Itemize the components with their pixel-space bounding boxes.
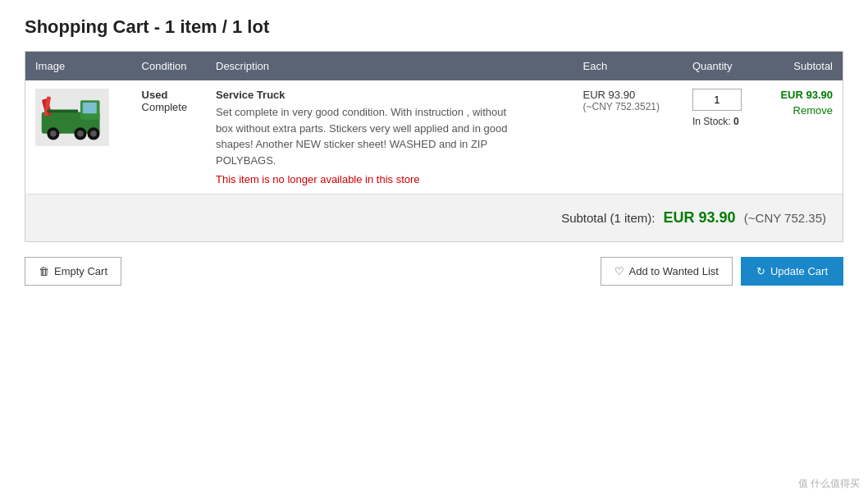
condition-complete: Complete	[142, 101, 196, 113]
svg-point-6	[50, 130, 57, 137]
action-right: ♡ Add to Wanted List ↻ Update Cart	[601, 257, 843, 286]
svg-point-10	[90, 130, 97, 137]
svg-rect-2	[82, 103, 96, 113]
add-to-wanted-label: Add to Wanted List	[629, 265, 719, 277]
product-image-cell	[25, 80, 132, 195]
quantity-input[interactable]	[692, 89, 742, 111]
col-condition: Condition	[132, 52, 206, 81]
product-image-svg	[38, 91, 107, 144]
condition-cell: Used Complete	[132, 80, 206, 195]
in-stock-info: In Stock: 0	[692, 116, 751, 127]
subtotal-cell: EUR 93.90 Remove	[761, 80, 843, 195]
page-title: Shopping Cart - 1 item / 1 lot	[25, 16, 843, 38]
price-cell: EUR 93.90 (~CNY 752.3521)	[573, 80, 683, 195]
table-row: Used Complete Service Truck Set complete…	[25, 80, 843, 195]
in-stock-label: In Stock:	[692, 116, 731, 127]
remove-link[interactable]: Remove	[770, 104, 833, 117]
update-cart-button[interactable]: ↻ Update Cart	[741, 257, 843, 286]
item-subtotal: EUR 93.90	[770, 89, 833, 101]
svg-rect-11	[47, 109, 78, 112]
price-eur: EUR 93.90	[583, 89, 673, 101]
svg-point-8	[77, 130, 84, 137]
cart-table: Image Condition Description Each Quantit…	[25, 51, 843, 195]
add-to-wanted-button[interactable]: ♡ Add to Wanted List	[601, 257, 733, 286]
quantity-cell: In Stock: 0	[683, 80, 761, 195]
subtotal-cny: (~CNY 752.35)	[744, 211, 826, 225]
condition-used: Used	[142, 89, 196, 101]
col-subtotal: Subtotal	[761, 52, 843, 81]
subtotal-row: Subtotal (1 item): EUR 93.90 (~CNY 752.3…	[25, 195, 843, 242]
action-row: 🗑 Empty Cart ♡ Add to Wanted List ↻ Upda…	[25, 257, 843, 286]
col-quantity: Quantity	[683, 52, 761, 81]
col-description: Description	[206, 52, 573, 81]
empty-cart-label: Empty Cart	[54, 265, 107, 277]
unavailable-message: This item is no longer available in this…	[216, 173, 564, 185]
update-cart-label: Update Cart	[770, 265, 828, 277]
subtotal-amount: EUR 93.90	[664, 209, 736, 226]
product-description: Set complete in very good condition. Wit…	[216, 104, 519, 168]
product-name: Service Truck	[216, 89, 564, 101]
col-each: Each	[573, 52, 683, 81]
empty-cart-button[interactable]: 🗑 Empty Cart	[25, 257, 121, 286]
col-image: Image	[25, 52, 132, 81]
refresh-icon: ↻	[756, 265, 765, 277]
trash-icon: 🗑	[39, 265, 49, 277]
heart-icon: ♡	[614, 265, 624, 277]
subtotal-label: Subtotal (1 item):	[561, 211, 655, 225]
in-stock-value: 0	[733, 116, 739, 127]
description-cell: Service Truck Set complete in very good …	[206, 80, 573, 195]
product-image	[35, 89, 109, 146]
price-cny: (~CNY 752.3521)	[583, 101, 673, 112]
